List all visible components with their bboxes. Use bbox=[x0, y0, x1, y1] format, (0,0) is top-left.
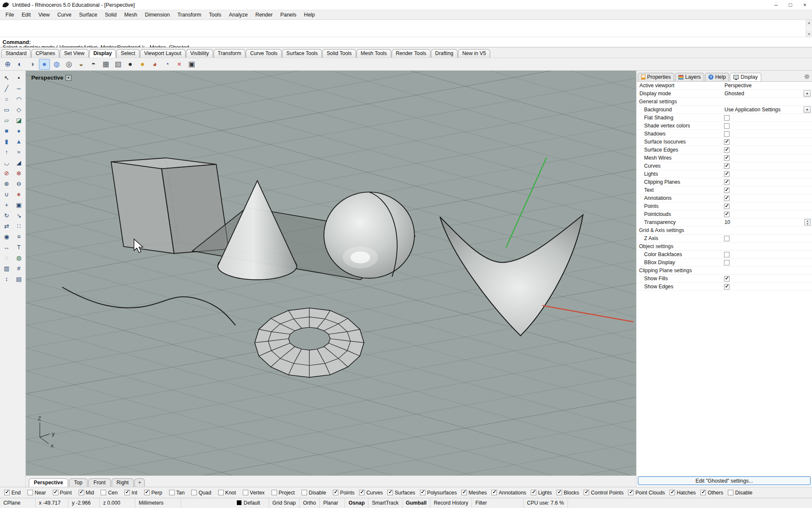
osnap-checkbox[interactable] bbox=[243, 490, 248, 495]
surface-plane-icon[interactable]: ▱ bbox=[1, 115, 12, 125]
explode-icon[interactable]: ∗ bbox=[13, 189, 25, 199]
tab-display[interactable]: Display bbox=[730, 73, 761, 81]
environment-icon[interactable]: ◕ bbox=[149, 59, 160, 70]
setting-checkbox[interactable] bbox=[724, 147, 730, 153]
patch-icon[interactable]: ◪ bbox=[13, 115, 25, 125]
offset-icon[interactable]: ≡ bbox=[13, 231, 25, 242]
filter-checkbox[interactable] bbox=[728, 490, 733, 495]
filter-checkbox[interactable] bbox=[420, 490, 425, 495]
osnap-toggle[interactable]: Quad bbox=[191, 490, 211, 496]
render-icon[interactable]: ● bbox=[125, 59, 136, 70]
loft-icon[interactable]: ≈ bbox=[13, 146, 25, 157]
setting-checkbox[interactable] bbox=[724, 163, 730, 169]
tab-help[interactable]: Help bbox=[705, 73, 729, 81]
status-pane[interactable]: Default bbox=[233, 498, 269, 508]
setting-checkbox[interactable] bbox=[724, 276, 730, 282]
status-pane[interactable]: y -2.966 bbox=[69, 498, 100, 508]
shaded-display-icon[interactable]: ◐ bbox=[14, 59, 25, 70]
scroll-up-icon[interactable] bbox=[806, 20, 812, 25]
osnap-toggle[interactable]: Near bbox=[27, 490, 46, 496]
setting-checkbox[interactable] bbox=[724, 260, 730, 265]
render-preview-icon[interactable]: ● bbox=[137, 59, 148, 70]
zoom-extents-icon[interactable]: ▥ bbox=[1, 263, 12, 273]
osnap-checkbox[interactable] bbox=[218, 490, 224, 495]
status-pane[interactable]: x -49.717 bbox=[36, 498, 69, 508]
sun-icon[interactable]: ◔ bbox=[162, 59, 173, 70]
osnap-toggle[interactable]: Cen bbox=[101, 490, 118, 496]
filter-toggle[interactable]: Others bbox=[700, 490, 723, 496]
new-viewport-tab-button[interactable]: + bbox=[134, 478, 145, 487]
spinner-control[interactable] bbox=[804, 219, 811, 226]
filter-checkbox[interactable] bbox=[531, 490, 536, 495]
status-pane[interactable]: Filter bbox=[472, 498, 524, 508]
viewport-menu-dropdown-icon[interactable] bbox=[66, 75, 71, 81]
status-pane[interactable]: Gumball bbox=[403, 498, 431, 508]
artistic-display-icon[interactable]: ◒ bbox=[76, 59, 87, 70]
filter-checkbox[interactable] bbox=[387, 490, 393, 495]
filter-checkbox[interactable] bbox=[628, 490, 634, 495]
menu-item[interactable]: File bbox=[2, 10, 18, 19]
setting-checkbox[interactable] bbox=[724, 212, 730, 217]
toolbar-tab[interactable]: Select bbox=[116, 49, 139, 58]
perspective-viewport[interactable]: Z y x Perspective bbox=[26, 71, 636, 475]
wireframe-display-icon[interactable]: ⊕ bbox=[2, 59, 13, 70]
viewport-canvas[interactable]: Z y x bbox=[26, 71, 636, 475]
curve-icon[interactable]: ∼ bbox=[13, 83, 25, 94]
setting-checkbox[interactable] bbox=[724, 252, 730, 257]
osnap-toggle[interactable]: Disable bbox=[302, 490, 326, 496]
move-icon[interactable]: + bbox=[1, 199, 12, 210]
status-pane[interactable]: CPU use: 7.6 % bbox=[524, 498, 568, 508]
polyline-icon[interactable]: ╱ bbox=[1, 83, 12, 94]
viewport-title[interactable]: Perspective bbox=[31, 75, 71, 81]
status-pane[interactable]: z 0.000 bbox=[100, 498, 135, 508]
setting-checkbox[interactable] bbox=[724, 188, 730, 193]
filter-checkbox[interactable] bbox=[557, 490, 562, 495]
filter-toggle[interactable]: Surfaces bbox=[387, 490, 415, 496]
sphere-object[interactable] bbox=[324, 192, 414, 279]
spinner-down-icon[interactable] bbox=[805, 222, 810, 225]
curve-object[interactable] bbox=[62, 287, 236, 325]
osnap-toggle[interactable]: Perp bbox=[144, 490, 162, 496]
status-pane[interactable]: CPlane bbox=[0, 498, 36, 508]
extrude-icon[interactable]: ↑ bbox=[1, 146, 12, 157]
setting-checkbox[interactable] bbox=[724, 171, 730, 177]
shade-selected-icon[interactable]: ▧ bbox=[112, 59, 123, 70]
filter-checkbox[interactable] bbox=[333, 490, 338, 495]
setting-checkbox[interactable] bbox=[724, 284, 730, 290]
menu-item[interactable]: Panels bbox=[277, 10, 300, 19]
filter-checkbox[interactable] bbox=[491, 490, 497, 495]
toolbar-tab[interactable]: Standard bbox=[1, 49, 31, 58]
setting-checkbox[interactable] bbox=[724, 204, 730, 209]
trim-icon[interactable]: ⊘ bbox=[1, 168, 12, 178]
menu-item[interactable]: Mesh bbox=[121, 10, 141, 19]
hide-icon[interactable]: ◌ bbox=[1, 252, 12, 263]
filter-toggle[interactable]: Polysurfaces bbox=[420, 490, 457, 496]
setting-checkbox[interactable] bbox=[724, 131, 730, 137]
mirror-icon[interactable]: ⇄ bbox=[1, 221, 12, 231]
cone-icon[interactable]: ▲ bbox=[13, 136, 25, 146]
dropdown-button[interactable] bbox=[804, 106, 811, 113]
tab-layers[interactable]: Layers bbox=[675, 73, 704, 81]
dimension-icon[interactable]: ↔ bbox=[1, 242, 12, 252]
xray-display-icon[interactable]: ◍ bbox=[51, 59, 62, 70]
toolbar-tab[interactable]: CPlanes bbox=[31, 49, 59, 58]
filter-toggle[interactable]: Point Clouds bbox=[628, 490, 665, 496]
command-history-scrollbar[interactable] bbox=[806, 20, 812, 37]
join-icon[interactable]: ∪ bbox=[1, 189, 12, 199]
filter-toggle[interactable]: Hatches bbox=[669, 490, 696, 496]
rectangle-icon[interactable]: ▭ bbox=[1, 104, 12, 115]
osnap-checkbox[interactable] bbox=[101, 490, 106, 495]
osnap-toggle[interactable]: Knot bbox=[218, 490, 236, 496]
dropdown-button[interactable] bbox=[804, 90, 811, 97]
status-pane[interactable]: Ortho bbox=[299, 498, 320, 508]
status-pane[interactable]: Planar bbox=[320, 498, 345, 508]
osnap-checkbox[interactable] bbox=[79, 490, 84, 495]
setting-checkbox[interactable] bbox=[724, 179, 730, 185]
osnap-checkbox[interactable] bbox=[124, 490, 130, 495]
point-icon[interactable]: • bbox=[13, 72, 25, 83]
split-icon[interactable]: ⊗ bbox=[13, 168, 25, 178]
menu-item[interactable]: Edit bbox=[18, 10, 35, 19]
setting-checkbox[interactable] bbox=[724, 123, 730, 129]
menu-item[interactable]: Transform bbox=[173, 10, 205, 19]
arc-icon[interactable]: ◠ bbox=[13, 94, 25, 104]
